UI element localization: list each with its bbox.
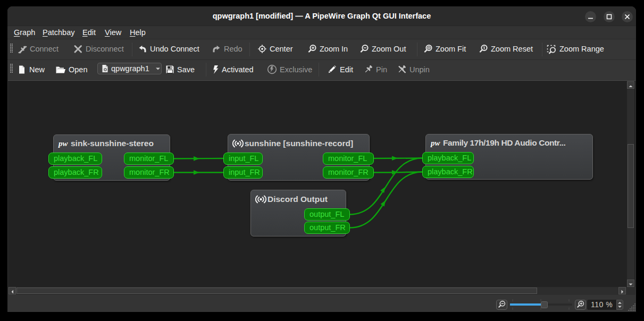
svg-text:pw: pw: [58, 139, 69, 148]
svg-text:pw: pw: [430, 139, 441, 147]
